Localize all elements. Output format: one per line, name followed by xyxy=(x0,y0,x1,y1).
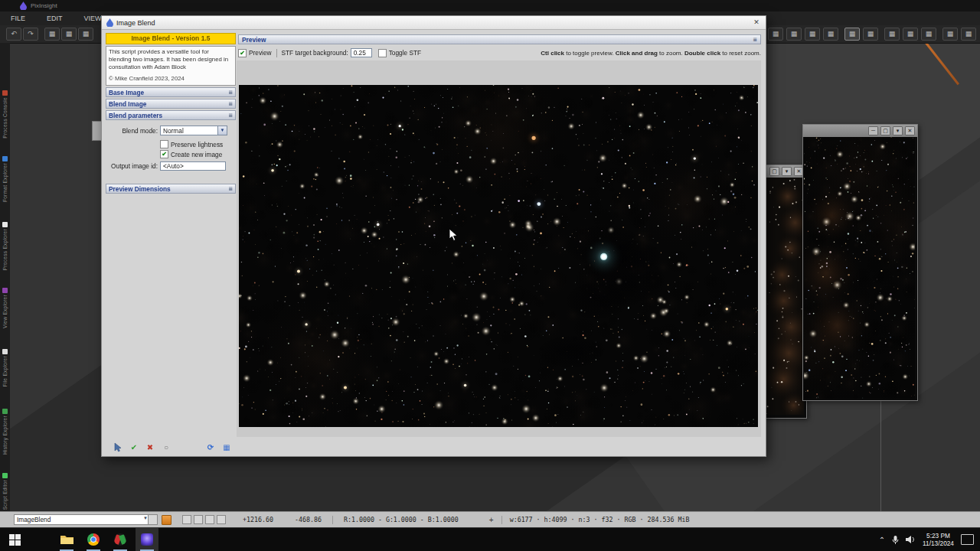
sidebar-item-process-console[interactable]: Process Console xyxy=(0,90,10,139)
image-window-starfield[interactable]: ─ ▢ ▾ ✕ xyxy=(802,124,918,401)
close-icon[interactable]: ✕ xyxy=(905,126,915,135)
chevron-down-icon[interactable]: ▼ xyxy=(217,126,227,135)
preserve-lightness-checkbox[interactable] xyxy=(160,140,168,148)
toggle-stf-checkbox[interactable] xyxy=(378,49,387,57)
sidebar-item-format-explorer[interactable]: Format Explorer xyxy=(0,156,10,202)
panel-icon xyxy=(2,409,8,414)
view-selector[interactable]: ImageBlend ▼ xyxy=(14,514,158,525)
image-window-strip[interactable]: ▢ ▾ ✕ xyxy=(764,165,807,419)
toolbar-button[interactable]: ▦ xyxy=(805,28,820,41)
toolbar-button[interactable]: ▦ xyxy=(44,28,60,41)
preserve-lightness-label: Preserve lightness xyxy=(171,141,223,148)
speaker-icon[interactable] xyxy=(906,535,916,544)
section-blend-parameters[interactable]: Blend parameters ≣ xyxy=(106,110,236,120)
section-blend-image[interactable]: Blend Image ≣ xyxy=(106,99,236,109)
sidebar-item-view-explorer[interactable]: View Explorer xyxy=(0,288,10,328)
toolbar-button[interactable]: ▦ xyxy=(942,28,958,41)
image-window-titlebar[interactable]: ▢ ▾ ✕ xyxy=(765,165,806,178)
menu-file[interactable]: FILE xyxy=(0,13,36,24)
image-blend-dialog: Image Blend ✕ Image Blend - Version 1.5 … xyxy=(101,15,766,457)
statusbar-button[interactable] xyxy=(217,515,226,524)
toolbar-button[interactable]: ▦ xyxy=(903,28,918,41)
pixinsight-logo-icon xyxy=(20,2,27,10)
sidebar-item-script-editor[interactable]: Script Editor xyxy=(0,473,10,510)
wallpaper-line xyxy=(880,398,881,511)
taskbar-chrome[interactable] xyxy=(82,528,105,551)
create-new-image-checkbox[interactable]: ✔ xyxy=(160,150,168,158)
toolbar-button[interactable]: ▦ xyxy=(884,28,900,41)
sidebar-item-file-explorer[interactable]: File Explorer xyxy=(0,349,10,386)
preview-section-header[interactable]: Preview ≣ xyxy=(238,34,761,44)
section-preview-dimensions[interactable]: Preview Dimensions ≣ xyxy=(106,184,236,194)
separator xyxy=(332,516,333,524)
toolbar-button[interactable]: ▦ xyxy=(863,28,878,41)
reset-button[interactable]: ▦ xyxy=(221,442,232,452)
toolbar-button[interactable]: ▦ xyxy=(78,28,93,41)
workspace-icon[interactable] xyxy=(162,515,172,525)
shade-icon[interactable]: ▾ xyxy=(893,126,903,135)
panel-icon xyxy=(2,222,8,227)
section-base-image[interactable]: Base Image ≣ xyxy=(106,87,236,97)
image-info-readout: w:6177 · h:4099 · n:3 · f32 · RGB · 284.… xyxy=(510,516,690,523)
section-toggle-icon[interactable]: ≣ xyxy=(228,186,233,192)
refresh-button[interactable]: ⟳ xyxy=(205,442,216,452)
statusbar-button[interactable] xyxy=(182,515,191,524)
stf-target-label: STF target background: xyxy=(282,49,348,57)
toolbar-button[interactable]: ▦ xyxy=(921,28,936,41)
panel-icon xyxy=(2,288,8,293)
redo-button[interactable]: ↷ xyxy=(23,28,38,41)
ok-button[interactable]: ✔ xyxy=(129,442,139,452)
taskbar-file-explorer[interactable] xyxy=(55,528,78,551)
dialog-titlebar[interactable]: Image Blend ✕ xyxy=(102,16,766,30)
toolbar-button[interactable]: ▦ xyxy=(961,28,976,41)
help-button[interactable]: ○ xyxy=(161,442,172,452)
blend-preview-image[interactable] xyxy=(239,85,758,427)
image-window-titlebar[interactable]: ─ ▢ ▾ ✕ xyxy=(803,125,917,137)
menu-edit[interactable]: EDIT xyxy=(36,13,74,24)
preview-hint-text: Ctl click to toggle preview. Click and d… xyxy=(541,50,761,57)
chevron-up-icon[interactable]: ⌃ xyxy=(879,536,885,544)
preview-checkbox[interactable]: ✔ xyxy=(238,49,247,57)
maximize-icon[interactable]: ▢ xyxy=(880,126,890,135)
statusbar-button[interactable] xyxy=(205,515,214,524)
maximize-icon[interactable]: ▢ xyxy=(769,167,779,176)
taskbar-media-app[interactable] xyxy=(109,528,132,551)
view-selector-button[interactable] xyxy=(148,515,157,524)
undo-button[interactable]: ↶ xyxy=(6,28,21,41)
close-icon[interactable]: ✕ xyxy=(751,18,762,28)
taskbar-pixinsight[interactable] xyxy=(136,528,158,551)
minimize-icon[interactable]: ─ xyxy=(868,126,878,135)
output-image-id-input[interactable]: <Auto> xyxy=(160,161,226,171)
system-tray: ⌃ 5:23 PM 11/13/2024 xyxy=(879,532,980,548)
stf-target-input[interactable]: 0.25 xyxy=(351,48,372,57)
shade-icon[interactable]: ▾ xyxy=(782,167,792,176)
sidebar-item-history-explorer[interactable]: History Explorer xyxy=(0,409,10,455)
starfield-image[interactable] xyxy=(804,137,915,399)
section-toggle-icon[interactable]: ≣ xyxy=(228,112,233,119)
toolbar-button[interactable]: ▦ xyxy=(823,28,838,41)
pixinsight-titlebar: PixInsight xyxy=(0,0,980,11)
start-button[interactable] xyxy=(3,528,26,551)
drag-instance-icon xyxy=(114,442,122,452)
nebula-strip-image[interactable] xyxy=(766,178,804,415)
usb-device-icon[interactable] xyxy=(892,535,899,545)
section-toggle-icon[interactable]: ≣ xyxy=(228,90,233,96)
notification-center-icon[interactable] xyxy=(961,534,974,545)
toolbar-button[interactable]: ▦ xyxy=(61,28,77,41)
section-toggle-icon[interactable]: ≣ xyxy=(753,37,757,43)
section-toggle-icon[interactable]: ≣ xyxy=(228,101,233,107)
chrome-icon xyxy=(87,533,100,546)
sidebar-item-process-explorer[interactable]: Process Explorer xyxy=(0,222,10,270)
statusbar-button[interactable] xyxy=(194,515,203,524)
toolbar-button[interactable]: ▦ xyxy=(768,28,783,41)
toolbar-button[interactable]: ▦ xyxy=(786,28,802,41)
blend-mode-select[interactable]: Normal ▼ xyxy=(160,126,227,135)
rgb-readout: R:1.0000 - G:1.0000 - B:1.0000 xyxy=(344,516,459,523)
mouse-cursor xyxy=(449,228,459,243)
toolbar-button-active[interactable]: ▦ xyxy=(844,28,860,41)
cancel-button[interactable]: ✖ xyxy=(145,442,155,452)
taskbar: ⌃ 5:23 PM 11/13/2024 xyxy=(0,528,980,551)
clock[interactable]: 5:23 PM 11/13/2024 xyxy=(923,532,954,548)
new-instance-button[interactable] xyxy=(113,442,123,452)
app-title: PixInsight xyxy=(31,2,57,9)
